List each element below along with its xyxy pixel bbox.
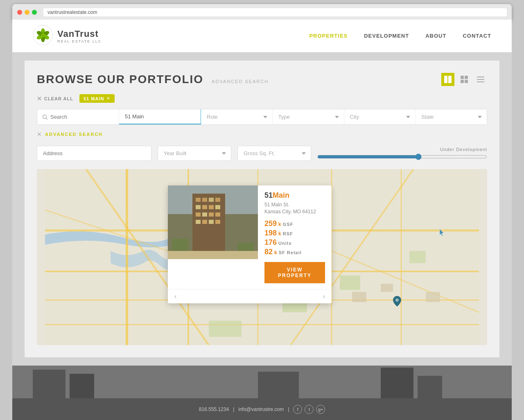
view-map-button[interactable]	[441, 73, 454, 86]
svg-rect-13	[465, 80, 468, 83]
search-input-wrap	[37, 109, 119, 124]
page-title-area: BROWSE OUR PORTFOLIO ADVANCED SEARCH	[37, 73, 269, 86]
nav-link-about[interactable]: ABOUT	[425, 33, 446, 39]
maximize-dot[interactable]	[32, 10, 37, 15]
svg-rect-8	[444, 76, 447, 83]
popup-image	[168, 185, 258, 259]
footer-sep2: |	[288, 406, 289, 412]
svg-line-18	[46, 118, 48, 120]
advanced-search-close[interactable]: ✕	[37, 131, 42, 138]
view-list-button[interactable]	[474, 73, 487, 86]
sqft-select[interactable]: Gross Sq. Ft.	[237, 146, 311, 161]
project-filter-input[interactable]	[119, 109, 201, 124]
advanced-search-label: ADVANCED SEARCH	[45, 132, 103, 137]
stat-rsf-label: RSF	[283, 231, 293, 236]
popup-address: 51 Main St. Kansas City, MO 64112	[264, 201, 325, 215]
svg-rect-47	[196, 198, 201, 202]
search-input[interactable]	[50, 114, 108, 120]
browser-titlebar: vantrustrealestate.com	[17, 8, 507, 16]
svg-rect-42	[426, 292, 440, 302]
footer-social: f t g+	[293, 405, 325, 414]
stat-gsf-label: GSF	[283, 222, 294, 227]
logo-name: VanTrust	[57, 29, 102, 39]
footer-email: info@vantrustre.com	[238, 406, 284, 412]
stat-gsf: 259k GSF	[264, 219, 325, 228]
address-bar[interactable]: vantrustrealestate.com	[43, 8, 507, 16]
svg-rect-57	[209, 212, 214, 217]
advanced-search-toggle[interactable]: ADVANCED SEARCH	[212, 79, 269, 84]
popup-info: 51Main 51 Main St. Kansas City, MO 64112…	[258, 185, 332, 289]
svg-rect-51	[196, 205, 201, 209]
filter-row: ✕ CLEAR ALL 51 MAIN ✕	[37, 94, 487, 103]
svg-rect-62	[215, 220, 220, 224]
svg-rect-35	[209, 321, 242, 337]
page-header: BROWSE OUR PORTFOLIO ADVANCED SEARCH	[37, 73, 487, 86]
svg-rect-65	[168, 251, 258, 259]
role-select[interactable]: Role	[201, 109, 273, 124]
popup-next-button[interactable]: ›	[323, 293, 325, 300]
popup-stats: 259k GSF 198k RSF 176 Units	[264, 219, 325, 256]
popup-prev-button[interactable]: ‹	[174, 293, 176, 300]
social-facebook[interactable]: f	[293, 405, 302, 414]
popup-address-line1: 51 Main St.	[264, 202, 289, 208]
logo-icon	[33, 25, 53, 47]
footer-phone: 816.555.1234	[199, 406, 229, 412]
social-google[interactable]: g+	[316, 405, 325, 414]
minimize-dot[interactable]	[25, 10, 29, 15]
map-pin-3[interactable]	[393, 296, 401, 308]
cursor-icon	[438, 229, 446, 237]
main-content: BROWSE OUR PORTFOLIO ADVANCED SEARCH	[25, 61, 499, 357]
stat-rsf-k: k	[278, 231, 281, 237]
svg-rect-9	[448, 76, 452, 83]
footer-separator: |	[233, 406, 234, 412]
view-grid-button[interactable]	[458, 73, 471, 86]
page-title: BROWSE OUR PORTFOLIO	[37, 73, 203, 86]
city-select[interactable]: City	[344, 109, 416, 124]
popup-title-name: Main	[273, 191, 289, 199]
clear-all-label: CLEAR ALL	[44, 96, 73, 101]
nav-link-properties[interactable]: PROPERTIES	[309, 33, 348, 39]
development-slider[interactable]	[317, 154, 487, 160]
svg-rect-59	[196, 220, 201, 224]
clear-all-button[interactable]: ✕ CLEAR ALL	[37, 95, 73, 102]
state-select[interactable]: State	[416, 109, 487, 124]
svg-rect-74	[381, 368, 413, 398]
svg-point-17	[43, 115, 47, 118]
svg-rect-15	[477, 79, 484, 80]
svg-rect-75	[418, 376, 442, 398]
pin-icon-3	[393, 296, 401, 307]
page-wrapper: VanTrust REAL ESTATE LLC PROPERTIES DEVE…	[12, 20, 512, 420]
svg-rect-52	[202, 205, 207, 209]
footer: 816.555.1234 | info@vantrustre.com | f t…	[12, 398, 512, 420]
svg-rect-34	[340, 275, 360, 290]
view-toggles	[441, 73, 487, 86]
stat-rsf: 198k RSF	[264, 229, 325, 237]
nav-links: PROPERTIES DEVELOPMENT ABOUT CONTACT	[309, 33, 491, 39]
nav-link-contact[interactable]: CONTACT	[463, 33, 491, 39]
svg-rect-55	[196, 212, 201, 217]
svg-rect-12	[461, 80, 464, 83]
stat-gsf-num: 259	[264, 219, 277, 228]
nav-link-development[interactable]: DEVELOPMENT	[364, 33, 409, 39]
building-image	[168, 185, 258, 259]
svg-rect-58	[215, 212, 220, 217]
type-select[interactable]: Type	[273, 109, 344, 124]
close-dot[interactable]	[17, 10, 22, 15]
svg-rect-60	[202, 220, 207, 224]
main-nav: VanTrust REAL ESTATE LLC PROPERTIES DEVE…	[12, 20, 512, 52]
stat-gsf-k: k	[278, 221, 281, 227]
popup-title: 51Main	[264, 191, 325, 200]
view-property-button[interactable]: VIEW PROPERTY	[264, 262, 325, 283]
social-twitter[interactable]: t	[305, 405, 314, 414]
svg-rect-41	[381, 284, 393, 292]
popup-content-row: 51Main 51 Main St. Kansas City, MO 64112…	[168, 185, 332, 289]
slider-container: Under Development	[317, 147, 487, 160]
svg-rect-14	[477, 77, 484, 77]
svg-rect-61	[209, 220, 214, 224]
stat-units-num: 176	[264, 238, 277, 247]
svg-rect-46	[192, 194, 225, 259]
filter-tag-remove[interactable]: ✕	[106, 96, 111, 101]
logo-sub: REAL ESTATE LLC	[57, 39, 102, 43]
address-input[interactable]	[37, 146, 151, 161]
year-built-select[interactable]: Year Built	[158, 146, 231, 161]
